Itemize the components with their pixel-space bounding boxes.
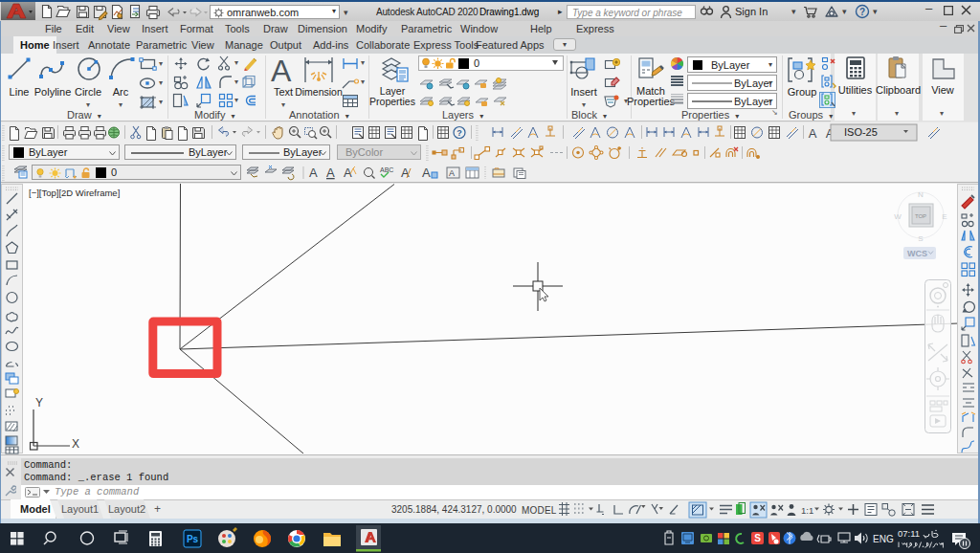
svg-text:ENG: ENG — [873, 534, 894, 544]
svg-text:A: A — [401, 166, 410, 180]
svg-text:A: A — [326, 166, 335, 180]
svg-text:S: S — [918, 234, 923, 243]
svg-text:A: A — [422, 166, 431, 180]
svg-text:07:11: 07:11 — [898, 528, 920, 539]
svg-text:W: W — [894, 212, 902, 221]
svg-text:WCS: WCS — [907, 249, 927, 258]
svg-text:1:1: 1:1 — [801, 505, 813, 516]
svg-text:ISO-25: ISO-25 — [844, 126, 878, 138]
svg-text:ABC: ABC — [380, 166, 393, 173]
svg-text:?: ? — [859, 7, 865, 17]
svg-text:A: A — [449, 168, 455, 178]
svg-text:S: S — [754, 533, 761, 543]
svg-text:N: N — [918, 190, 924, 199]
svg-text:A: A — [309, 166, 318, 180]
svg-text:E: E — [942, 212, 947, 221]
svg-text:Y: Y — [35, 396, 43, 409]
svg-text:[−][Top][2D Wireframe]: [−][Top][2D Wireframe] — [29, 188, 120, 198]
svg-text:X: X — [72, 437, 79, 451]
svg-text:Ps: Ps — [187, 534, 199, 544]
svg-text:TOP: TOP — [915, 213, 926, 219]
